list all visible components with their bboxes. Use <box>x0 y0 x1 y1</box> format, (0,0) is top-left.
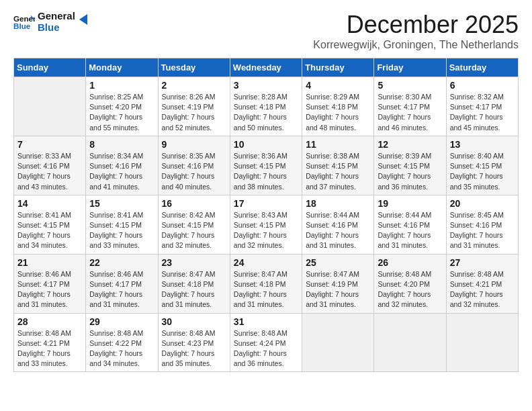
day-info: Sunrise: 8:39 AM Sunset: 4:15 PM Dayligh… <box>378 151 442 192</box>
weekday-header-tuesday: Tuesday <box>158 58 230 77</box>
calendar-cell <box>14 77 86 136</box>
calendar-cell: 6Sunrise: 8:32 AM Sunset: 4:17 PM Daylig… <box>446 77 518 136</box>
week-row-4: 21Sunrise: 8:46 AM Sunset: 4:17 PM Dayli… <box>14 254 519 313</box>
day-number: 19 <box>378 198 442 209</box>
logo-icon: General Blue <box>13 13 35 32</box>
day-info: Sunrise: 8:48 AM Sunset: 4:21 PM Dayligh… <box>450 269 515 310</box>
calendar-cell: 10Sunrise: 8:36 AM Sunset: 4:15 PM Dayli… <box>230 136 302 195</box>
day-info: Sunrise: 8:38 AM Sunset: 4:15 PM Dayligh… <box>306 151 370 192</box>
day-info: Sunrise: 8:48 AM Sunset: 4:20 PM Dayligh… <box>378 269 442 310</box>
logo-text-general: General <box>38 11 75 22</box>
location-subtitle: Korrewegwijk, Groningen, The Netherlands <box>313 39 519 51</box>
day-number: 5 <box>378 80 442 91</box>
day-info: Sunrise: 8:43 AM Sunset: 4:15 PM Dayligh… <box>234 210 298 251</box>
calendar-cell: 28Sunrise: 8:48 AM Sunset: 4:21 PM Dayli… <box>14 313 86 372</box>
calendar-cell: 8Sunrise: 8:34 AM Sunset: 4:16 PM Daylig… <box>86 136 158 195</box>
calendar-cell: 13Sunrise: 8:40 AM Sunset: 4:15 PM Dayli… <box>446 136 518 195</box>
day-info: Sunrise: 8:48 AM Sunset: 4:21 PM Dayligh… <box>17 328 82 369</box>
day-info: Sunrise: 8:30 AM Sunset: 4:17 PM Dayligh… <box>378 92 442 133</box>
day-number: 30 <box>162 316 226 327</box>
day-number: 24 <box>234 257 298 268</box>
calendar-cell: 12Sunrise: 8:39 AM Sunset: 4:15 PM Dayli… <box>374 136 446 195</box>
calendar-cell: 23Sunrise: 8:47 AM Sunset: 4:18 PM Dayli… <box>158 254 230 313</box>
day-info: Sunrise: 8:47 AM Sunset: 4:19 PM Dayligh… <box>306 269 370 310</box>
calendar-cell: 5Sunrise: 8:30 AM Sunset: 4:17 PM Daylig… <box>374 77 446 136</box>
calendar-cell: 14Sunrise: 8:41 AM Sunset: 4:15 PM Dayli… <box>14 195 86 254</box>
calendar-cell: 3Sunrise: 8:28 AM Sunset: 4:18 PM Daylig… <box>230 77 302 136</box>
weekday-header-sunday: Sunday <box>14 58 86 77</box>
page-container: General Blue General Blue December 2025 … <box>0 0 532 383</box>
day-number: 1 <box>89 80 154 91</box>
month-title: December 2025 <box>313 11 519 39</box>
calendar-cell: 15Sunrise: 8:41 AM Sunset: 4:15 PM Dayli… <box>86 195 158 254</box>
weekday-header-thursday: Thursday <box>302 58 374 77</box>
day-number: 25 <box>306 257 370 268</box>
day-number: 8 <box>89 139 154 150</box>
title-area: December 2025 Korrewegwijk, Groningen, T… <box>313 11 519 51</box>
day-number: 23 <box>162 257 226 268</box>
weekday-header-friday: Friday <box>374 58 446 77</box>
day-number: 27 <box>450 257 515 268</box>
day-info: Sunrise: 8:42 AM Sunset: 4:15 PM Dayligh… <box>162 210 226 251</box>
day-info: Sunrise: 8:47 AM Sunset: 4:18 PM Dayligh… <box>162 269 226 310</box>
calendar-cell: 4Sunrise: 8:29 AM Sunset: 4:18 PM Daylig… <box>302 77 374 136</box>
logo-text-blue: Blue <box>38 22 75 34</box>
calendar-cell: 7Sunrise: 8:33 AM Sunset: 4:16 PM Daylig… <box>14 136 86 195</box>
day-number: 28 <box>17 316 82 327</box>
calendar-cell: 9Sunrise: 8:35 AM Sunset: 4:16 PM Daylig… <box>158 136 230 195</box>
day-info: Sunrise: 8:28 AM Sunset: 4:18 PM Dayligh… <box>234 92 298 133</box>
logo: General Blue General Blue <box>13 11 90 33</box>
day-number: 7 <box>17 139 82 150</box>
day-info: Sunrise: 8:44 AM Sunset: 4:16 PM Dayligh… <box>378 210 442 251</box>
day-number: 11 <box>306 139 370 150</box>
day-info: Sunrise: 8:40 AM Sunset: 4:15 PM Dayligh… <box>450 151 515 192</box>
calendar-table: SundayMondayTuesdayWednesdayThursdayFrid… <box>13 58 519 372</box>
day-number: 18 <box>306 198 370 209</box>
day-number: 6 <box>450 80 515 91</box>
day-info: Sunrise: 8:26 AM Sunset: 4:19 PM Dayligh… <box>162 92 226 133</box>
day-number: 21 <box>17 257 82 268</box>
day-info: Sunrise: 8:34 AM Sunset: 4:16 PM Dayligh… <box>89 151 154 192</box>
calendar-cell: 21Sunrise: 8:46 AM Sunset: 4:17 PM Dayli… <box>14 254 86 313</box>
day-info: Sunrise: 8:32 AM Sunset: 4:17 PM Dayligh… <box>450 92 515 133</box>
calendar-cell: 25Sunrise: 8:47 AM Sunset: 4:19 PM Dayli… <box>302 254 374 313</box>
day-number: 16 <box>162 198 226 209</box>
day-info: Sunrise: 8:44 AM Sunset: 4:16 PM Dayligh… <box>306 210 370 251</box>
day-number: 17 <box>234 198 298 209</box>
calendar-cell: 16Sunrise: 8:42 AM Sunset: 4:15 PM Dayli… <box>158 195 230 254</box>
day-info: Sunrise: 8:25 AM Sunset: 4:20 PM Dayligh… <box>89 92 154 133</box>
calendar-cell <box>446 313 518 372</box>
day-info: Sunrise: 8:41 AM Sunset: 4:15 PM Dayligh… <box>17 210 82 251</box>
day-info: Sunrise: 8:33 AM Sunset: 4:16 PM Dayligh… <box>17 151 82 192</box>
day-info: Sunrise: 8:48 AM Sunset: 4:23 PM Dayligh… <box>162 328 226 369</box>
calendar-cell: 31Sunrise: 8:48 AM Sunset: 4:24 PM Dayli… <box>230 313 302 372</box>
calendar-cell <box>374 313 446 372</box>
day-number: 29 <box>89 316 154 327</box>
day-info: Sunrise: 8:36 AM Sunset: 4:15 PM Dayligh… <box>234 151 298 192</box>
weekday-header-row: SundayMondayTuesdayWednesdayThursdayFrid… <box>14 58 519 77</box>
day-number: 14 <box>17 198 82 209</box>
day-number: 13 <box>450 139 515 150</box>
day-info: Sunrise: 8:46 AM Sunset: 4:17 PM Dayligh… <box>89 269 154 310</box>
calendar-cell: 27Sunrise: 8:48 AM Sunset: 4:21 PM Dayli… <box>446 254 518 313</box>
calendar-cell: 24Sunrise: 8:47 AM Sunset: 4:18 PM Dayli… <box>230 254 302 313</box>
day-info: Sunrise: 8:29 AM Sunset: 4:18 PM Dayligh… <box>306 92 370 133</box>
week-row-2: 7Sunrise: 8:33 AM Sunset: 4:16 PM Daylig… <box>14 136 519 195</box>
week-row-3: 14Sunrise: 8:41 AM Sunset: 4:15 PM Dayli… <box>14 195 519 254</box>
header: General Blue General Blue December 2025 … <box>13 11 519 51</box>
calendar-cell: 18Sunrise: 8:44 AM Sunset: 4:16 PM Dayli… <box>302 195 374 254</box>
logo-arrow-icon <box>77 13 90 26</box>
day-number: 12 <box>378 139 442 150</box>
calendar-cell: 29Sunrise: 8:48 AM Sunset: 4:22 PM Dayli… <box>86 313 158 372</box>
calendar-cell <box>302 313 374 372</box>
day-info: Sunrise: 8:46 AM Sunset: 4:17 PM Dayligh… <box>17 269 82 310</box>
day-number: 4 <box>306 80 370 91</box>
day-number: 31 <box>234 316 298 327</box>
weekday-header-wednesday: Wednesday <box>230 58 302 77</box>
calendar-cell: 22Sunrise: 8:46 AM Sunset: 4:17 PM Dayli… <box>86 254 158 313</box>
day-info: Sunrise: 8:41 AM Sunset: 4:15 PM Dayligh… <box>89 210 154 251</box>
svg-marker-3 <box>79 14 87 25</box>
day-number: 15 <box>89 198 154 209</box>
calendar-cell: 19Sunrise: 8:44 AM Sunset: 4:16 PM Dayli… <box>374 195 446 254</box>
day-info: Sunrise: 8:48 AM Sunset: 4:22 PM Dayligh… <box>89 328 154 369</box>
